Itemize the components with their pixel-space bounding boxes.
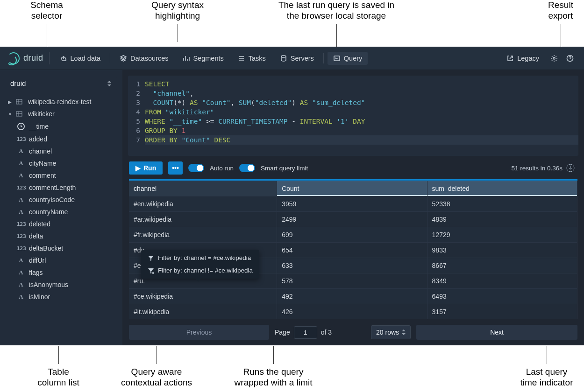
table-row[interactable]: #fr.wikipedia 699 12729 — [129, 227, 577, 243]
text-icon: A — [17, 172, 25, 179]
column-header[interactable]: sum_deleted — [427, 181, 577, 196]
run-bar: ▶ Run ••• Auto run Smart query limit 51 … — [122, 156, 584, 179]
context-menu: Filter by: channel = #ce.wikipedia Filte… — [141, 250, 259, 279]
table-row[interactable]: #ar.wikipedia 2499 4839 — [129, 212, 577, 227]
nav-legacy[interactable]: Legacy — [501, 52, 545, 65]
cell-channel[interactable]: #ar.wikipedia — [129, 212, 277, 227]
number-icon: 123 — [17, 245, 25, 252]
column-row[interactable]: 123commentLength — [4, 182, 119, 194]
cell-count[interactable]: 654 — [277, 243, 427, 258]
context-menu-item-filter-neq[interactable]: Filter by: channel != #ce.wikipedia — [141, 264, 259, 277]
column-row[interactable]: AdiffUrl — [4, 254, 119, 266]
cell-sum[interactable]: 52338 — [427, 196, 577, 212]
column-row[interactable]: 123deltaBucket — [4, 242, 119, 254]
run-button[interactable]: ▶ Run — [129, 161, 163, 175]
cell-count[interactable]: 699 — [277, 227, 427, 243]
pager: Previous Page of 3 20 rows Next — [129, 319, 577, 340]
cell-sum[interactable]: 6493 — [427, 289, 577, 304]
smart-limit-toggle[interactable] — [239, 164, 255, 172]
column-row[interactable]: 123added — [4, 133, 119, 145]
cell-count[interactable]: 426 — [277, 304, 427, 320]
table-row[interactable]: #it.wikipedia 426 3157 — [129, 304, 577, 320]
nav-query[interactable]: Query — [328, 52, 368, 65]
column-row[interactable]: AcountryName — [4, 206, 119, 218]
column-row[interactable]: Acomment — [4, 169, 119, 182]
cell-sum[interactable]: 12729 — [427, 227, 577, 243]
nav-segments[interactable]: Segments — [177, 52, 229, 65]
column-header[interactable]: channel — [129, 181, 277, 196]
cell-count[interactable]: 3959 — [277, 196, 427, 212]
page-label: Page — [275, 329, 290, 336]
column-row[interactable]: 123deleted — [4, 218, 119, 230]
nav-datasources[interactable]: Datasources — [114, 52, 174, 65]
cell-channel[interactable]: #it.wikipedia — [129, 304, 277, 320]
annotation-label: wrapped with a limit — [217, 378, 329, 388]
nav-tasks[interactable]: Tasks — [232, 52, 271, 65]
cell-count[interactable]: 578 — [277, 273, 427, 289]
database-icon — [280, 55, 287, 62]
column-name: __time — [29, 123, 49, 130]
cell-count[interactable]: 492 — [277, 289, 427, 304]
table-icon — [16, 111, 24, 117]
previous-button[interactable]: Previous — [129, 325, 269, 340]
column-row[interactable]: AisMinor — [4, 291, 119, 303]
nav-separator — [110, 53, 110, 63]
annotation-label: export — [540, 11, 582, 21]
column-row[interactable]: Achannel — [4, 145, 119, 157]
brand[interactable]: druid — [7, 52, 50, 64]
nav-load-data[interactable]: Load data — [54, 52, 107, 65]
svg-rect-5 — [16, 112, 22, 116]
column-row[interactable]: AisAnonymous — [4, 279, 119, 291]
schema-selector[interactable]: druid — [6, 77, 117, 90]
run-menu-button[interactable]: ••• — [168, 161, 183, 175]
nav-servers[interactable]: Servers — [274, 52, 320, 65]
cell-count[interactable]: 2499 — [277, 212, 427, 227]
table-row[interactable]: #ce.wikipedia 492 6493 — [129, 289, 577, 304]
column-tree: ▶ wikipedia-reindex-test ▾ wikiticker __… — [0, 94, 122, 345]
list-icon — [238, 55, 245, 62]
nav-label: Load data — [71, 55, 101, 62]
column-row[interactable]: AcityName — [4, 157, 119, 169]
schema-sidebar: druid ▶ wikipedia-reindex-test ▾ wikitic… — [0, 70, 122, 345]
page-input[interactable] — [294, 326, 317, 339]
next-button[interactable]: Next — [416, 325, 577, 340]
nav-help[interactable] — [563, 52, 577, 65]
column-name: deltaBucket — [29, 245, 63, 252]
editor-code[interactable]: SELECT "channel", COUNT(*) AS "Count", S… — [145, 79, 578, 145]
filter-remove-icon — [148, 267, 154, 274]
annotation-label: Query syntax — [135, 0, 220, 11]
nav-settings[interactable] — [548, 52, 561, 65]
column-name: deleted — [29, 220, 50, 228]
column-row[interactable]: __time — [4, 120, 119, 133]
download-icon[interactable] — [566, 164, 575, 172]
caret-updown-icon — [402, 329, 406, 335]
cell-sum[interactable]: 4839 — [427, 212, 577, 227]
table-row[interactable]: #en.wikipedia 3959 52338 — [129, 196, 577, 212]
annotations-bottom: Table column list Query aware contextual… — [0, 348, 584, 392]
cell-sum[interactable]: 3157 — [427, 304, 577, 320]
cell-sum[interactable]: 8667 — [427, 258, 577, 273]
auto-run-toggle[interactable] — [188, 164, 204, 172]
number-icon: 123 — [17, 233, 25, 239]
cell-channel[interactable]: #en.wikipedia — [129, 196, 277, 212]
gear-icon — [550, 55, 558, 62]
column-row[interactable]: 123delta — [4, 230, 119, 242]
column-name: isAnonymous — [29, 281, 68, 288]
column-name: countryIsoCode — [29, 196, 75, 203]
nav-label: Datasources — [130, 55, 168, 62]
cell-channel[interactable]: #fr.wikipedia — [129, 227, 277, 243]
datasource-row[interactable]: ▶ wikipedia-reindex-test — [4, 96, 119, 108]
rows-per-page-select[interactable]: 20 rows — [371, 325, 411, 339]
sql-editor[interactable]: 1234567 SELECT "channel", COUNT(*) AS "C… — [128, 76, 578, 156]
cell-count[interactable]: 633 — [277, 258, 427, 273]
datasource-row[interactable]: ▾ wikiticker — [4, 108, 119, 120]
cell-sum[interactable]: 8349 — [427, 273, 577, 289]
cell-channel[interactable]: #ce.wikipedia — [129, 289, 277, 304]
cell-sum[interactable]: 9833 — [427, 243, 577, 258]
column-row[interactable]: Aflags — [4, 266, 119, 279]
column-header[interactable]: Count — [277, 181, 427, 196]
page-of: of 3 — [321, 329, 332, 336]
context-menu-item-filter-eq[interactable]: Filter by: channel = #ce.wikipedia — [141, 252, 259, 264]
chevron-right-icon: ▶ — [7, 99, 12, 105]
column-row[interactable]: AcountryIsoCode — [4, 194, 119, 206]
